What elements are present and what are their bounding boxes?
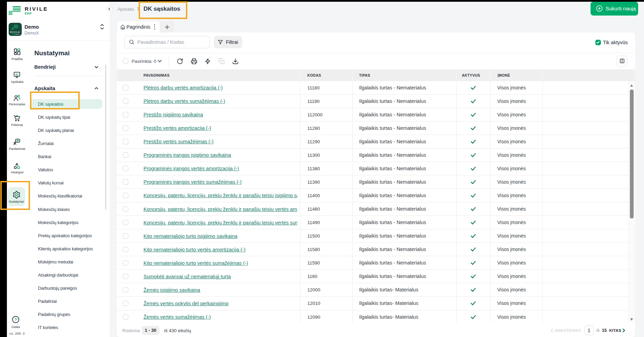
svg-text:?: ? — [14, 317, 17, 321]
svg-text:demo: demo — [16, 33, 20, 35]
svg-text:RIVILE: RIVILE — [10, 30, 20, 33]
